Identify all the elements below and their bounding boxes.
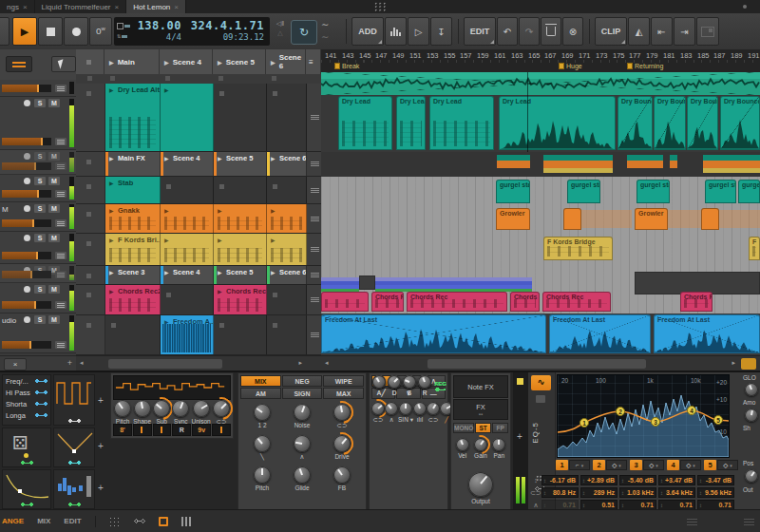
eq-band-enable-button[interactable]: 2 — [593, 460, 605, 470]
device-enable-button[interactable]: ∿ — [531, 375, 551, 390]
arranger-clip[interactable]: Chords Rec — [371, 292, 404, 312]
clip-slot[interactable]: ▶ — [161, 234, 214, 265]
output-gain-knob[interactable] — [745, 469, 758, 483]
arranger-clip[interactable]: gurgel — [738, 180, 760, 203]
layout-switch-button[interactable]: EDIT — [64, 517, 81, 525]
arranger-scroll-thumb[interactable] — [428, 359, 646, 369]
arranger-clip[interactable]: Dry Lead — [499, 96, 616, 150]
pointer-tool-button[interactable] — [51, 56, 76, 72]
eq-band-shape-button[interactable]: ◇▾ — [680, 460, 701, 470]
layout-switch-button[interactable]: ANGE — [2, 517, 24, 525]
osc-knob[interactable]: Sync — [172, 400, 189, 426]
clip-slot[interactable]: ▶ Scene 6 — [267, 266, 307, 284]
record-arm-button[interactable] — [24, 205, 30, 212]
scene-handle-icon[interactable] — [307, 234, 322, 265]
cut-button[interactable] — [0, 17, 10, 46]
mod-connector-icon[interactable] — [68, 503, 81, 506]
mixer-knob[interactable]: 1 2 — [242, 404, 282, 429]
clip-play-icon[interactable]: ▶ — [109, 207, 114, 214]
modulation-source[interactable]: Hi Pass — [3, 387, 50, 398]
envelope-knob[interactable]: A — [372, 375, 386, 396]
remote-controls-icon[interactable] — [536, 395, 545, 403]
tab-close-icon[interactable]: × — [115, 3, 120, 11]
fx-slot[interactable]: FX▪▪ — [453, 399, 508, 420]
track-stop-button[interactable] — [76, 266, 105, 284]
clip-slot[interactable]: ▶ Scene 3 — [105, 266, 161, 284]
edit-menu-button[interactable]: EDIT — [464, 17, 496, 46]
mini-clip-segment[interactable] — [497, 155, 530, 174]
eq-band-shape-button[interactable]: ◇▾ — [643, 460, 664, 470]
envelope-knob[interactable]: S — [403, 375, 416, 396]
tab-close-icon[interactable]: × — [174, 3, 179, 11]
volume-fader[interactable] — [2, 271, 51, 278]
mixer-panel-toggle-icon[interactable] — [181, 517, 191, 526]
osc-knob[interactable]: Sub — [153, 400, 170, 426]
solo-button[interactable]: S — [34, 177, 46, 185]
eq-frequency-value[interactable]: ↕289 Hz — [580, 487, 618, 498]
osc-knob[interactable]: Shape — [133, 400, 151, 426]
volume-fader[interactable] — [2, 85, 51, 92]
stop-button[interactable] — [38, 17, 63, 46]
clip-slot[interactable]: ▶ Scene 5 — [214, 266, 267, 284]
clip-slot[interactable]: ▶ Scene 4 — [161, 152, 214, 176]
clip-play-icon[interactable]: ▶ — [109, 180, 114, 186]
clip-play-icon[interactable]: ▶ — [218, 288, 222, 294]
mini-clip-segment[interactable] — [670, 155, 677, 174]
project-panel-icon[interactable] — [687, 517, 697, 525]
track-menu-button[interactable] — [55, 162, 66, 170]
voice-mode-button[interactable]: MONO — [453, 423, 474, 433]
note-io-icon[interactable] — [134, 519, 145, 523]
clip-slot[interactable]: ▶ Chords Rec — [214, 285, 267, 314]
voice-mode-button[interactable]: ST — [475, 423, 491, 433]
clip-slot[interactable]: ▶ — [161, 285, 214, 314]
arranger-scrollbar[interactable]: ◂ ▸ — [321, 355, 760, 370]
project-tab[interactable]: Hot Lemon × — [126, 0, 186, 13]
volume-fader[interactable] — [2, 190, 51, 198]
eq-gain-value[interactable]: ↕-3.47 dB — [697, 475, 734, 485]
envelope-knob[interactable]: D — [388, 375, 401, 396]
envelope-modulator-cell[interactable] — [53, 428, 95, 467]
clip-play-icon[interactable]: ▶ — [218, 237, 222, 243]
clip-slot[interactable]: ▶ — [267, 177, 307, 203]
mix-mode-button[interactable]: NEG — [282, 375, 323, 387]
osc-knob[interactable]: ⊂⊃ — [213, 400, 230, 426]
eq-band-shape-button[interactable]: ⌐▾ — [569, 460, 590, 470]
osc-knob[interactable]: Unison — [192, 400, 211, 426]
clip-play-icon[interactable]: ▶ — [164, 237, 169, 243]
arranger-clip[interactable]: Freedom At Last — [654, 314, 760, 353]
clip-slot[interactable]: ▶ — [267, 315, 307, 354]
group-summary-track[interactable] — [321, 72, 760, 95]
volume-fader[interactable] — [2, 138, 51, 145]
collapsed-multitrack-segment[interactable] — [375, 277, 532, 292]
eq-band-node[interactable]: 1 — [580, 418, 589, 428]
mod-connector-icon[interactable] — [68, 419, 81, 423]
clip-play-icon[interactable]: ▶ — [218, 269, 222, 276]
track-header[interactable]: udio S M — [0, 314, 76, 353]
follow-playhead-icon[interactable] — [741, 358, 756, 370]
solo-button[interactable]: S — [34, 99, 46, 107]
eq-band-shape-button[interactable]: ◇▾ — [717, 460, 738, 470]
envelope-tag[interactable]: AEG — [434, 381, 446, 391]
master-output-knob[interactable]: Output — [468, 472, 493, 504]
record-arm-button[interactable] — [24, 100, 30, 106]
song-position-value[interactable]: 324.4.1.71 — [187, 20, 264, 32]
output-knob[interactable]: Pan — [492, 438, 505, 459]
scene-header[interactable]: ▶Scene 6 — [266, 49, 306, 74]
track-menu-button[interactable] — [55, 252, 66, 259]
shift-right-button[interactable]: ⇥ — [674, 17, 695, 46]
record-arm-button[interactable] — [24, 153, 30, 160]
output-knob[interactable]: Gain — [474, 438, 487, 459]
volume-fader[interactable] — [2, 301, 51, 309]
mini-clip-segment[interactable] — [703, 155, 760, 174]
scene-handle-icon[interactable] — [307, 204, 322, 233]
modulation-source[interactable]: Longa — [3, 409, 50, 421]
clip-play-icon[interactable]: ▶ — [164, 269, 169, 276]
io-routing-icon[interactable] — [109, 517, 121, 526]
scene-handle-icon[interactable] — [307, 285, 322, 314]
arranger-clip[interactable]: Chords Rec — [542, 292, 611, 312]
record-arm-button[interactable] — [24, 235, 30, 241]
track-menu-button[interactable] — [55, 85, 66, 92]
clip-slot[interactable]: ▶ — [161, 177, 214, 203]
launcher-scrollbar[interactable]: ◂ ▸ — [76, 355, 321, 371]
mini-clip-segment[interactable] — [543, 155, 613, 174]
